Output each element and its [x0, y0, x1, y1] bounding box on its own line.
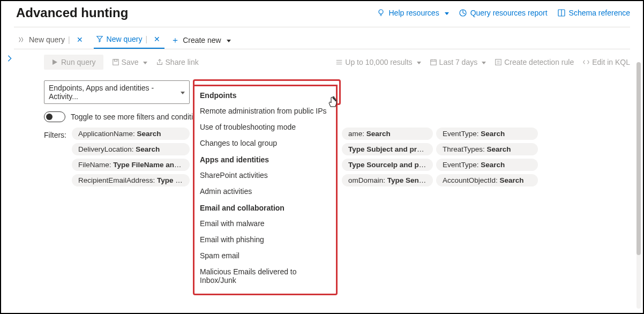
- results-limit-label: Up to 10,000 results: [345, 58, 412, 66]
- header-actions: Help resources Query resources report Sc…: [377, 9, 630, 17]
- calendar-icon: [430, 58, 437, 66]
- schema-reference-label: Schema reference: [569, 9, 630, 17]
- save-label: Save: [122, 58, 139, 66]
- filter-pill-deliverylocation[interactable]: DeliveryLocation: Search: [72, 143, 190, 155]
- filter-pill-recipientemail[interactable]: RecipientEmailAddress: Type Rec...: [72, 174, 190, 186]
- chevron-down-icon: [443, 9, 449, 17]
- filter-pill-eventtype-2[interactable]: EventType: Search: [436, 159, 538, 171]
- tab-label: New query: [107, 35, 143, 43]
- chevron-down-icon: [480, 58, 486, 66]
- code-icon: [582, 58, 590, 66]
- close-tab-icon[interactable]: ✕: [152, 35, 162, 43]
- more-filters-toggle[interactable]: [44, 111, 65, 122]
- page-header: Advanced hunting Help resources Query re…: [1, 1, 643, 27]
- dropdown-group-endpoints: Endpoints: [194, 87, 336, 103]
- guided-icon: [18, 36, 26, 43]
- sample-queries-dropdown: Endpoints Remote administration from pub…: [194, 86, 336, 294]
- vertical-scrollbar[interactable]: [636, 62, 641, 309]
- dropdown-item-email-phishing[interactable]: Email with phishing: [194, 231, 336, 248]
- chevron-down-icon: [224, 36, 231, 44]
- edit-kql-label: Edit in KQL: [592, 58, 630, 66]
- tab-divider: |: [145, 35, 147, 43]
- filter-pill-fromdomain[interactable]: omDomain: Type Sende...: [342, 174, 433, 186]
- query-resources-report-label: Query resources report: [470, 9, 548, 17]
- filters-section: Filters: ApplicationName: Search ame: Se…: [44, 128, 630, 186]
- dropdown-item-admin-activities[interactable]: Admin activities: [194, 183, 336, 199]
- query-resources-report-link[interactable]: Query resources report: [459, 9, 548, 17]
- svg-rect-4: [114, 59, 117, 62]
- create-new-label: Create new: [183, 36, 221, 44]
- tab-new-query-2[interactable]: New query | ✕: [94, 32, 165, 49]
- app-frame: Advanced hunting Help resources Query re…: [0, 0, 644, 314]
- filters-toggle-row: Toggle to see more filters and condition…: [44, 111, 630, 122]
- results-limit-dropdown[interactable]: Up to 10,000 results: [335, 58, 421, 66]
- filter-pill-accountobjectid[interactable]: AccountObjectId: Search: [436, 174, 538, 186]
- create-new-tab-button[interactable]: ＋ Create new: [171, 35, 231, 46]
- chevron-down-icon: [178, 88, 185, 96]
- detection-rule-label: Create detection rule: [504, 58, 574, 66]
- dropdown-item-local-group[interactable]: Changes to local group: [194, 135, 336, 151]
- filter-pill-eventtype[interactable]: EventType: Search: [436, 128, 538, 140]
- filter-pill-partial-name[interactable]: ame: Search: [342, 128, 433, 140]
- lightbulb-icon: [377, 9, 385, 17]
- filter-pill-sourceip[interactable]: Type SourceIp and pre...: [342, 159, 433, 171]
- run-query-label: Run query: [61, 58, 96, 66]
- dropdown-item-malicious-inbox[interactable]: Malicious Emails delivered to Inbox/Junk: [194, 264, 336, 288]
- help-resources-label: Help resources: [388, 9, 439, 17]
- page-title: Advanced hunting: [16, 5, 128, 20]
- book-icon: [557, 9, 566, 17]
- report-icon: [459, 9, 467, 17]
- create-detection-rule-button[interactable]: Create detection rule: [495, 58, 574, 66]
- scrollbar-thumb[interactable]: [636, 62, 641, 255]
- run-query-button[interactable]: Run query: [44, 55, 103, 70]
- dropdown-item-email-malware[interactable]: Email with malware: [194, 215, 336, 231]
- dropdown-item-remote-admin[interactable]: Remote administration from public IPs: [194, 103, 336, 119]
- query-toolbar: Run query Save Share link Up to 10,000 r…: [44, 55, 630, 70]
- filter-pill-filename[interactable]: FileName: Type FileName and pr...: [72, 159, 190, 171]
- play-icon: [51, 59, 58, 65]
- chevron-down-icon: [415, 58, 421, 66]
- side-expand-button[interactable]: [1, 49, 18, 186]
- help-resources-link[interactable]: Help resources: [377, 9, 448, 17]
- edit-in-kql-button[interactable]: Edit in KQL: [582, 58, 630, 66]
- schema-reference-link[interactable]: Schema reference: [557, 9, 630, 17]
- share-label: Share link: [166, 58, 199, 66]
- tabs-bar: New query | ✕ New query | ✕ ＋ Create new: [1, 27, 643, 49]
- save-button[interactable]: Save: [112, 58, 147, 66]
- rule-icon: [495, 58, 502, 66]
- filter-pill-subject[interactable]: Type Subject and press ...: [342, 143, 433, 155]
- svg-rect-6: [496, 59, 501, 65]
- close-tab-icon[interactable]: ✕: [74, 35, 85, 44]
- dropdown-group-email-collab: Email and collaboration: [194, 199, 336, 215]
- scope-select-value: Endpoints, Apps and identities - Activit…: [49, 84, 178, 101]
- svg-point-0: [379, 10, 383, 14]
- chevron-right-icon: [6, 55, 13, 62]
- filter-pill-threattypes[interactable]: ThreatTypes: Search: [436, 143, 538, 155]
- tab-new-query-1[interactable]: New query | ✕: [16, 32, 87, 48]
- chevron-down-icon: [141, 58, 147, 66]
- time-range-dropdown[interactable]: Last 7 days: [430, 58, 486, 66]
- dropdown-group-apps-identities: Apps and identities: [194, 151, 336, 167]
- dropdown-item-spam-email[interactable]: Spam email: [194, 248, 336, 264]
- plus-icon: ＋: [171, 35, 179, 46]
- selects-row: Endpoints, Apps and identities - Activit…: [44, 80, 630, 104]
- scope-select[interactable]: Endpoints, Apps and identities - Activit…: [44, 80, 190, 104]
- share-icon: [156, 58, 163, 66]
- save-icon: [112, 58, 119, 66]
- dropdown-item-troubleshooting[interactable]: Use of troubleshooting mode: [194, 119, 336, 135]
- filter-pill-applicationname[interactable]: ApplicationName: Search: [72, 128, 190, 140]
- time-range-label: Last 7 days: [439, 58, 478, 66]
- svg-rect-5: [430, 60, 436, 65]
- toggle-label: Toggle to see more filters and condition…: [71, 113, 205, 121]
- tab-label: New query: [29, 35, 65, 44]
- dropdown-item-sharepoint[interactable]: SharePoint activities: [194, 167, 336, 183]
- tab-divider: |: [68, 35, 70, 44]
- list-icon: [335, 58, 343, 66]
- svg-rect-3: [113, 59, 118, 65]
- filter-icon: [96, 35, 103, 43]
- share-link-button[interactable]: Share link: [156, 58, 199, 66]
- filters-label: Filters:: [44, 128, 66, 139]
